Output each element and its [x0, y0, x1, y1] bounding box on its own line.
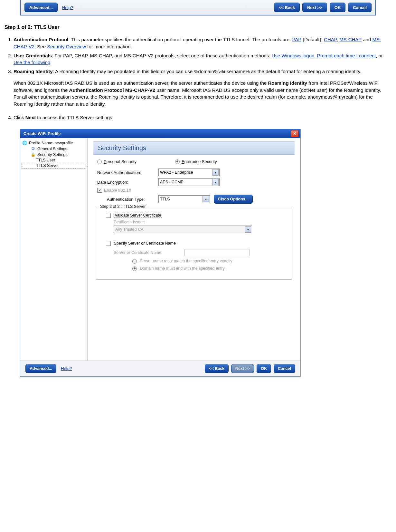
cancel-button[interactable]: Cancel	[274, 364, 295, 373]
group-ttls-server: Step 2 of 2 : TTLS Server Validate Serve…	[96, 207, 292, 280]
cancel-button[interactable]: Cancel	[348, 3, 372, 12]
step-heading: Step 1 of 2: TTLS User	[5, 24, 393, 30]
checkbox-validate-server-cert[interactable]	[106, 213, 111, 218]
label-network-authentication: Network Authentication:	[97, 170, 158, 175]
dialog-titlebar: Create WiFi Profile ✕	[20, 129, 300, 138]
gear-icon: ⚙	[31, 146, 36, 151]
dialog-main-panel: Security Settings Personal Security Ente…	[88, 138, 300, 361]
combo-certificate-issuer: Any Trusted CA	[114, 226, 252, 233]
nav-security-settings[interactable]: 🔒 Security Settings	[22, 152, 86, 158]
link-security-overview[interactable]: Security Overview	[47, 44, 86, 49]
nav-profile-name[interactable]: 🌐 Profile Name: newprofile	[22, 140, 86, 146]
advanced-button[interactable]: Advanced...	[24, 3, 58, 12]
link-use-windows-logon[interactable]: Use Windows logon	[272, 53, 315, 58]
radio-personal-security[interactable]: Personal Security	[97, 159, 137, 164]
cisco-options-button[interactable]: Cisco Options...	[214, 195, 253, 204]
list-item: Roaming Identity: A Roaming Identity may…	[14, 68, 393, 112]
instruction-list: Authentication Protocol: This parameter …	[14, 36, 393, 121]
top-dialog-footer-fragment: Advanced... Help? << Back Next >> OK Can…	[20, 0, 376, 15]
group-title: Step 2 of 2 : TTLS Server	[99, 204, 147, 209]
combo-network-authentication[interactable]: WPA2 - Enterprise	[158, 169, 220, 176]
label-validate-server-cert: Validate Server Certificate	[114, 213, 162, 218]
ok-button[interactable]: OK	[330, 3, 346, 12]
back-button[interactable]: << Back	[205, 364, 229, 373]
next-button[interactable]: Next >>	[302, 3, 327, 12]
link-mschap[interactable]: MS-CHAP	[339, 37, 362, 42]
link-use-the-following[interactable]: Use the following	[14, 60, 50, 65]
dialog-footer: Advanced... Help? << Back Next >> OK Can…	[20, 361, 300, 376]
input-server-or-cert-name	[184, 249, 250, 256]
help-link[interactable]: Help?	[61, 366, 72, 371]
help-link[interactable]: Help?	[62, 5, 73, 10]
label-enable-8021x: Enable 802.1X	[104, 188, 131, 193]
list-item: User Credentials: For PAP, CHAP, MS-CHAP…	[14, 52, 393, 66]
globe-icon: 🌐	[22, 140, 27, 146]
checkbox-specify-server-name[interactable]	[106, 241, 111, 246]
dialog-nav-tree: 🌐 Profile Name: newprofile ⚙ General Set…	[20, 138, 88, 361]
security-settings-header: Security Settings	[93, 141, 295, 155]
label-authentication-type: Authentication Type:	[107, 197, 158, 202]
label-server-name-match: Server name must match the specified ent…	[140, 259, 232, 263]
list-item: Click Next to access the TTLS Server set…	[14, 114, 393, 121]
label-data-encryption: Data Encryption:	[97, 180, 158, 185]
list-item: Authentication Protocol: This parameter …	[14, 36, 393, 50]
ok-button[interactable]: OK	[257, 364, 271, 373]
advanced-button[interactable]: Advanced...	[25, 364, 56, 373]
nav-ttls-server[interactable]: TTLS Server	[22, 163, 86, 169]
checkbox-enable-8021x	[97, 188, 102, 193]
link-chap[interactable]: CHAP	[324, 37, 337, 42]
label-server-or-cert-name: Server or Certificate Name:	[114, 250, 184, 255]
next-button: Next >>	[231, 364, 254, 373]
combo-data-encryption[interactable]: AES - CCMP	[158, 178, 220, 186]
radio-enterprise-security[interactable]: Enterprise Security	[175, 159, 217, 164]
create-wifi-profile-dialog: Create WiFi Profile ✕ 🌐 Profile Name: ne…	[20, 129, 301, 377]
back-button[interactable]: << Back	[274, 3, 300, 12]
nav-ttls-user[interactable]: TTLS User	[22, 158, 86, 163]
lock-icon: 🔒	[31, 152, 36, 157]
radio-domain-end-with	[132, 266, 137, 271]
close-icon[interactable]: ✕	[291, 130, 298, 137]
link-pap[interactable]: PAP	[292, 37, 301, 42]
label-certificate-issuer: Certificate Issuer:	[114, 220, 287, 224]
link-prompt-each-time[interactable]: Prompt each time I connect	[317, 53, 376, 58]
nav-general-settings[interactable]: ⚙ General Settings	[22, 146, 86, 152]
label-domain-end-with: Domain name must end with the specified …	[140, 266, 224, 271]
dialog-title: Create WiFi Profile	[24, 131, 61, 136]
combo-authentication-type[interactable]: TTLS	[158, 195, 210, 203]
label-specify-server-name: Specify Server or Certificate Name	[114, 241, 175, 246]
radio-server-name-match	[132, 259, 137, 264]
